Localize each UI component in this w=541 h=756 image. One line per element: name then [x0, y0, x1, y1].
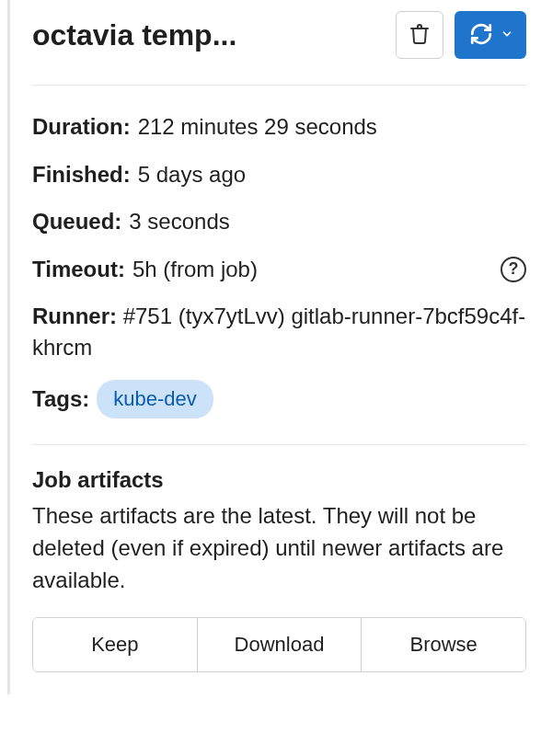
finished-value: 5 days ago [138, 159, 246, 190]
job-meta: Duration: 212 minutes 29 seconds Finishe… [32, 111, 526, 418]
tags-row: Tags: kube-dev [32, 380, 526, 419]
page-header: octavia temp... [32, 0, 526, 70]
duration-row: Duration: 212 minutes 29 seconds [32, 111, 526, 143]
queued-row: Queued: 3 seconds [32, 206, 526, 237]
chevron-down-icon [501, 28, 513, 43]
runner-label: Runner: [32, 304, 117, 328]
artifacts-description: These artifacts are the latest. They wil… [32, 500, 526, 596]
finished-label: Finished: [32, 159, 131, 190]
trash-icon [409, 23, 431, 48]
retry-button[interactable] [455, 11, 526, 59]
page-title: octavia temp... [32, 18, 385, 52]
retry-icon [469, 22, 493, 49]
tag-badge[interactable]: kube-dev [97, 380, 213, 419]
tags-label: Tags: [32, 384, 89, 415]
queued-label: Queued: [32, 206, 121, 237]
browse-button[interactable]: Browse [361, 618, 525, 671]
timeout-label: Timeout: [32, 254, 125, 285]
divider [32, 444, 526, 445]
delete-button[interactable] [396, 11, 443, 59]
divider [32, 85, 526, 86]
duration-value: 212 minutes 29 seconds [138, 111, 377, 143]
duration-label: Duration: [32, 111, 131, 143]
queued-value: 3 seconds [129, 206, 229, 237]
timeout-value: 5h (from job) [132, 254, 258, 285]
artifacts-section: Job artifacts These artifacts are the la… [32, 467, 526, 671]
download-button[interactable]: Download [197, 618, 362, 671]
keep-button[interactable]: Keep [33, 618, 197, 671]
artifacts-buttons: Keep Download Browse [32, 617, 526, 672]
timeout-row: Timeout: 5h (from job) ? [32, 254, 526, 285]
runner-row: Runner: #751 (tyx7ytLvv) gitlab-runner-7… [32, 301, 526, 362]
artifacts-title: Job artifacts [32, 467, 526, 493]
help-icon[interactable]: ? [501, 257, 526, 282]
finished-row: Finished: 5 days ago [32, 159, 526, 190]
